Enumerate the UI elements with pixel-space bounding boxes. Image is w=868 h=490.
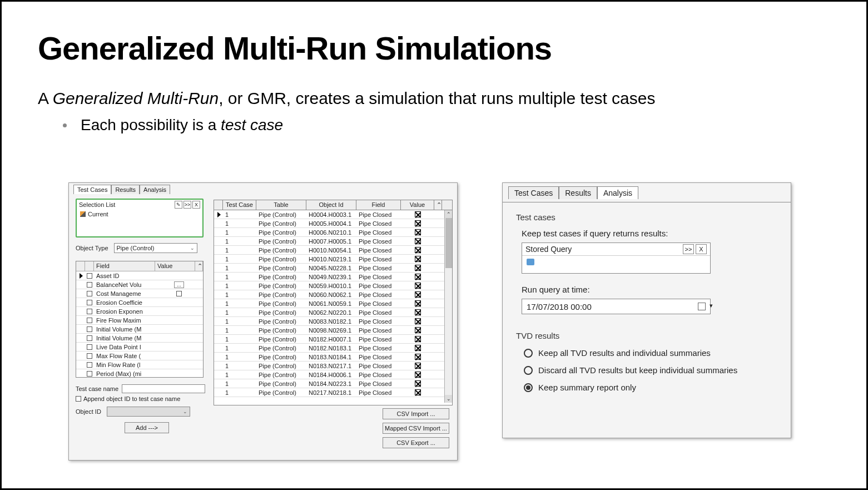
csv-import-button[interactable]: CSV Import ... (383, 408, 449, 419)
field-row[interactable]: BalanceNet Volu... (76, 280, 203, 289)
field-row[interactable]: Asset ID (76, 271, 203, 280)
row-checkbox[interactable] (87, 291, 92, 296)
field-name: Fire Flow Maxim (94, 317, 155, 324)
row-checkbox[interactable] (87, 309, 92, 314)
csv-export-button[interactable]: CSV Export ... (383, 437, 449, 448)
table-row[interactable]: 1Pipe (Control)N0049.N0239.1Pipe Closed (214, 273, 452, 281)
selection-list-item[interactable]: Current (77, 210, 202, 219)
edit-icon[interactable]: ✎ (175, 201, 182, 209)
close-button[interactable]: X (192, 201, 200, 209)
chevron-down-icon: ⌄ (183, 409, 187, 414)
table-row[interactable]: 1Pipe (Control)N0182.N0183.1Pipe Closed (214, 344, 452, 353)
row-checkbox[interactable] (87, 335, 92, 341)
test-case-name-input[interactable] (122, 384, 205, 393)
tvd-option[interactable]: Discard all TVD results but keep individ… (524, 365, 777, 375)
add-button[interactable]: Add ---> (125, 422, 169, 433)
table-row[interactable]: 1Pipe (Control)N0061.N0059.1Pipe Closed (214, 299, 452, 308)
table-row[interactable]: 1Pipe (Control)N0184.H0006.1Pipe Closed (214, 370, 452, 379)
scroll-up-icon[interactable]: ⌃ (195, 261, 203, 271)
tab-analysis-2[interactable]: Analysis (597, 186, 638, 199)
scroll-thumb[interactable] (445, 218, 452, 268)
cell-field: Pipe Closed (356, 283, 401, 289)
table-row[interactable]: 1Pipe (Control)H0007.H0005.1Pipe Closed (214, 237, 452, 246)
cell-table: Pipe (Control) (256, 274, 306, 280)
table-row[interactable]: 1Pipe (Control)N0062.N0220.1Pipe Closed (214, 308, 452, 317)
tab-test-cases-2[interactable]: Test Cases (508, 186, 559, 199)
value-checkbox[interactable] (176, 291, 182, 296)
cell-test-case: 1 (223, 354, 256, 360)
table-row[interactable]: 1Pipe (Control)N0217.N0218.1Pipe Closed (214, 388, 452, 397)
tab-test-cases[interactable]: Test Cases (73, 185, 111, 194)
datetime-picker[interactable]: 17/07/2018 00:00 (522, 299, 711, 314)
radio-icon[interactable] (524, 383, 533, 392)
tab-results[interactable]: Results (111, 185, 140, 194)
tvd-option[interactable]: Keep all TVD results and individual summ… (524, 348, 777, 358)
scrollbar[interactable]: ⌃ ⌄ (444, 210, 452, 403)
append-label: Append object ID to test case name (83, 395, 180, 402)
field-row[interactable]: Fire Flow Maxim (76, 316, 203, 325)
row-checkbox[interactable] (87, 371, 92, 377)
bullet-a: Each possibility is a (81, 116, 221, 133)
ellipsis-button[interactable]: ... (174, 281, 184, 288)
table-row[interactable]: 1Pipe (Control)N0184.N0223.1Pipe Closed (214, 379, 452, 388)
cell-object-id: H0010.N0219.1 (306, 256, 356, 263)
row-checkbox[interactable] (87, 344, 92, 350)
radio-icon[interactable] (524, 349, 533, 358)
table-row[interactable]: 1Pipe (Control)H0010.N0054.1Pipe Closed (214, 246, 452, 255)
field-row[interactable]: Erosion Coefficie (76, 298, 203, 307)
query-close-button[interactable]: X (696, 244, 707, 254)
table-row[interactable]: 1Pipe (Control)H0005.H0004.1Pipe Closed (214, 219, 452, 228)
query-next-button[interactable]: >> (683, 244, 694, 254)
table-row[interactable]: 1Pipe (Control)H0004.H0003.1Pipe Closed (214, 210, 452, 219)
row-checkbox[interactable] (87, 326, 92, 332)
row-checkbox[interactable] (87, 273, 92, 279)
cell-field: Pipe Closed (356, 247, 401, 254)
row-checkbox[interactable] (87, 318, 92, 323)
table-row[interactable]: 1Pipe (Control)N0045.N0228.1Pipe Closed (214, 264, 452, 273)
cell-test-case: 1 (223, 380, 256, 387)
table-row[interactable]: 1Pipe (Control)N0183.N0217.1Pipe Closed (214, 362, 452, 370)
tvd-option[interactable]: Keep summary report only (524, 383, 777, 392)
row-checkbox[interactable] (87, 362, 92, 368)
keep-test-cases-label: Keep test cases if query returns results… (522, 229, 777, 238)
next-button[interactable]: >> (183, 201, 191, 209)
append-checkbox[interactable] (76, 396, 81, 402)
table-row[interactable]: 1Pipe (Control)N0060.N0062.1Pipe Closed (214, 290, 452, 299)
cell-test-case: 1 (223, 309, 256, 316)
field-row[interactable]: Period (Max) (mi (76, 369, 203, 378)
table-row[interactable]: 1Pipe (Control)H0006.N0210.1Pipe Closed (214, 228, 452, 237)
mapped-csv-import-button[interactable]: Mapped CSV Import ... (383, 423, 449, 434)
row-checkbox[interactable] (87, 300, 92, 305)
field-row[interactable]: Max Flow Rate ( (76, 352, 203, 360)
test-cases-group-label: Test cases (516, 212, 777, 222)
cell-test-case: 1 (223, 363, 256, 369)
radio-icon[interactable] (524, 366, 533, 375)
table-row[interactable]: 1Pipe (Control)N0183.N0184.1Pipe Closed (214, 353, 452, 362)
row-checkbox[interactable] (87, 282, 92, 288)
panel1-tabs: Test Cases Results Analysis (73, 185, 170, 194)
text-b: , or GMR, creates a simulation that runs… (219, 89, 655, 107)
scroll-up-icon[interactable]: ⌃ (434, 200, 442, 210)
tab-analysis[interactable]: Analysis (140, 185, 170, 194)
object-type-combo[interactable]: Pipe (Control) ⌄ (114, 243, 197, 253)
scroll-down-icon[interactable]: ⌄ (445, 395, 452, 403)
table-row[interactable]: 1Pipe (Control)N0083.N0182.1Pipe Closed (214, 317, 452, 326)
query-list-item[interactable] (522, 256, 710, 269)
table-row[interactable]: 1Pipe (Control)H0010.N0219.1Pipe Closed (214, 255, 452, 264)
tab-results-2[interactable]: Results (559, 186, 597, 199)
field-row[interactable]: Cost Manageme (76, 289, 203, 298)
scroll-up-icon[interactable]: ⌃ (445, 210, 452, 218)
table-row[interactable]: 1Pipe (Control)N0182.H0007.1Pipe Closed (214, 335, 452, 344)
field-row[interactable]: Min Flow Rate (l (76, 360, 203, 369)
field-header: Field (94, 261, 155, 271)
selection-list-box: Selection List ✎ >> X Current (76, 199, 204, 237)
object-id-combo[interactable]: ⌄ (107, 407, 190, 417)
table-row[interactable]: 1Pipe (Control)N0098.N0269.1Pipe Closed (214, 326, 452, 335)
checked-icon (415, 220, 421, 226)
field-row[interactable]: Initial Volume (M (76, 334, 203, 343)
field-row[interactable]: Erosion Exponen (76, 307, 203, 316)
field-row[interactable]: Initial Volume (M (76, 325, 203, 334)
field-row[interactable]: Live Data Point I (76, 343, 203, 352)
table-row[interactable]: 1Pipe (Control)N0059.H0010.1Pipe Closed (214, 281, 452, 290)
row-checkbox[interactable] (87, 353, 92, 359)
